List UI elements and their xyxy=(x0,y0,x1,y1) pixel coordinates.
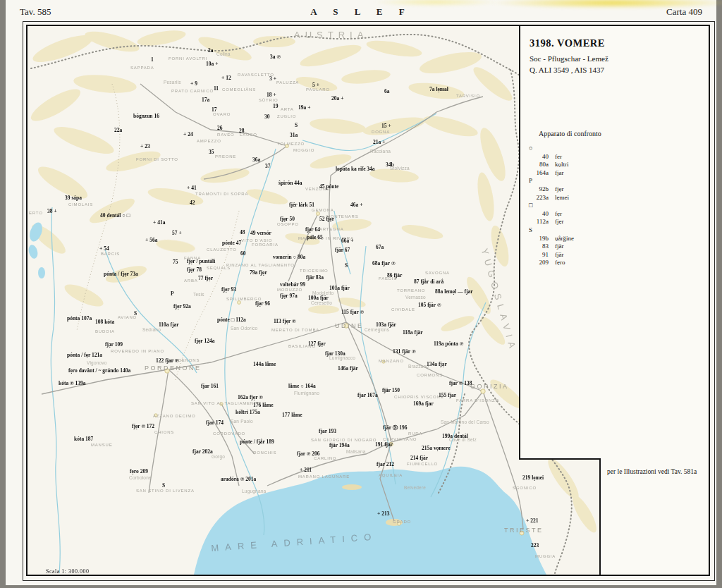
map-place-label: COMEGLIÀNS xyxy=(222,87,256,92)
apparato-point-number: 164a xyxy=(529,169,549,178)
map-point-label: fjar ℗ 206 xyxy=(297,451,320,457)
map-point-label: fjar 167a xyxy=(357,393,378,398)
map-point-label: 87 fjår di arå xyxy=(414,279,443,285)
map-place-label: Gorgo xyxy=(212,455,225,460)
map-place-label: TARVISIO xyxy=(456,94,480,98)
scan-smudge xyxy=(372,0,499,6)
map-place-label: RUDA xyxy=(408,431,422,436)
map-place-label: PREONE xyxy=(215,154,236,159)
map-point-label: 31a xyxy=(290,133,298,138)
map-point-label: fjẹr 92a xyxy=(173,304,191,310)
map-point-label: 101a fjär xyxy=(329,286,350,291)
map-place-label: Malisana xyxy=(346,450,366,455)
illustrations-note: per le Illustrazioni vedi Tav. 581a xyxy=(607,468,706,475)
map-point-label: 100a fjär xyxy=(308,295,329,301)
map-place-label: MORUZZO xyxy=(277,288,302,292)
map-point-label: 38 + xyxy=(47,209,57,214)
map-place-label: BARCIS xyxy=(101,252,120,256)
map-point-label: 155 fjar xyxy=(439,393,456,398)
map-place-label: Lugugnana xyxy=(242,489,266,494)
map-point-label: pónte □ 112a xyxy=(217,317,246,323)
apparato-title: Apparato di confronto xyxy=(539,130,601,137)
map-point-label: 40 dentál ○ □ xyxy=(100,213,130,219)
map-point-label: fjär 67 xyxy=(335,247,350,253)
apparato-symbol-row: S xyxy=(529,226,574,235)
map-point-label: kóta ℗ 139a xyxy=(59,381,86,386)
map-place-label: FARRA D'ISONZO xyxy=(456,398,499,403)
map-point-label: 2a xyxy=(208,48,214,54)
map-place-label: FORGARIA xyxy=(252,243,279,247)
map-point-label: + 24 xyxy=(183,132,193,137)
apparato-entry-row: 83fjär xyxy=(529,243,574,251)
map-point-label: fjér lárk 51 xyxy=(289,202,314,208)
map-place-label: MERETO DI TOMBA xyxy=(271,328,319,332)
map-point-label: 37 xyxy=(265,164,271,169)
map-place-label: SAPPADA xyxy=(130,66,154,70)
map-place-label: Belvedere xyxy=(404,486,426,491)
map-place-label: CORMONS xyxy=(417,373,443,377)
map-point-label: 75 xyxy=(173,259,178,265)
map-place-label: ARBA xyxy=(184,278,198,283)
map-point-label: 110a fjar xyxy=(159,322,179,328)
map-place-label: GRADO xyxy=(393,520,411,524)
apparato-point-number: 91 xyxy=(529,251,549,259)
map-point-label: fjẹr 64 xyxy=(305,227,320,233)
apparato-symbol-row: P xyxy=(529,177,574,185)
map-place-label: CHIONS xyxy=(154,430,174,434)
map-place-label: San Odorico xyxy=(231,326,257,331)
map-point-label: 19a + xyxy=(298,105,310,111)
map-point-label: fẹro davânt / ~ grándo 140a xyxy=(68,368,130,374)
map-place-label: AMPEZZO xyxy=(197,139,221,143)
map-point-label: 103a fjär xyxy=(376,322,396,328)
map-place-label: CIMOLAIS xyxy=(68,202,93,207)
map-place-label: SAN STINO DI LIVENZA xyxy=(136,489,195,493)
atlas-title: A S L E F xyxy=(6,6,716,18)
map-place-label: ARTEGNA xyxy=(319,227,344,231)
map-place-label: CLAUZETTO xyxy=(207,247,237,252)
map-point-label: 1 xyxy=(151,57,154,63)
map-point-label: fjẹr 96 xyxy=(255,301,270,307)
map-point-label: P xyxy=(171,291,174,297)
map-point-label: S xyxy=(345,263,348,269)
map-place-label: Colina xyxy=(216,52,231,57)
map-point-label: pále 65 xyxy=(307,235,323,240)
map-point-label: 119a pónta ℗ xyxy=(434,341,463,347)
map-point-label: vomerin ○ 80a xyxy=(273,255,305,260)
map-point-label: 52 fjẹr xyxy=(319,216,334,222)
map-place-label: Vigonovo xyxy=(87,361,107,366)
map-point-label: 22a xyxy=(114,128,122,133)
map-frame: 3198. VOMERE Soc - Pflugschar - Lemež Q.… xyxy=(26,25,710,576)
map-place-label: FIUMICELLO xyxy=(407,462,438,466)
map-point-label: 19 xyxy=(273,104,279,109)
map-point-label: 46a + xyxy=(350,202,362,208)
apparato-point-number: 112a xyxy=(529,218,549,226)
map-point-label: 6a xyxy=(384,89,390,94)
map-place-label: TOLMEZZO xyxy=(277,142,305,146)
apparato-dialect-form: ụårğine xyxy=(555,235,574,243)
map-point-label: 11 xyxy=(214,86,219,92)
map-point-label: 3a ℗ xyxy=(270,54,281,60)
map-point-label: fjar 202a xyxy=(192,449,213,455)
map-point-label: lopáta ka riſe 34a xyxy=(336,166,375,172)
map-place-label: Flumignano xyxy=(294,391,319,396)
apparato-entry-row: 40fer xyxy=(529,153,574,161)
map-point-label: fjar 174 xyxy=(206,420,224,426)
atlas-sheet: Tav. 585 A S L E F Carta 409 xyxy=(6,0,716,585)
map-place-label: PRATO CARNICO xyxy=(171,89,214,93)
map-point-label: fjẹr 50 xyxy=(280,216,295,222)
map-place-label: FORNI AVOLTRI xyxy=(169,56,207,61)
carta-number: Carta 409 xyxy=(666,6,702,18)
map-point-label: 7a lẹmał xyxy=(429,87,448,92)
map-place-label: RONCHIS xyxy=(253,451,276,455)
map-place-label: Sedrano xyxy=(142,328,161,333)
map-place-label: BUDOIA xyxy=(95,329,115,333)
map-point-label: fjẹr ℗ 172 xyxy=(132,424,154,429)
map-point-label: 131 fjär ℗ xyxy=(393,349,416,355)
map-point-label: 105 fjär ℗ xyxy=(418,302,441,308)
map-point-label: pónte 47 xyxy=(222,240,241,246)
map-place-label: SAVOGNA xyxy=(425,271,450,275)
map-place-label: OSOPPO xyxy=(277,222,299,226)
apparato-point-number: 80a xyxy=(529,161,549,169)
illustrations-note-panel: per le Illustrazioni vedi Tav. 581a xyxy=(599,458,709,575)
map-point-label: + 54 xyxy=(99,246,109,252)
